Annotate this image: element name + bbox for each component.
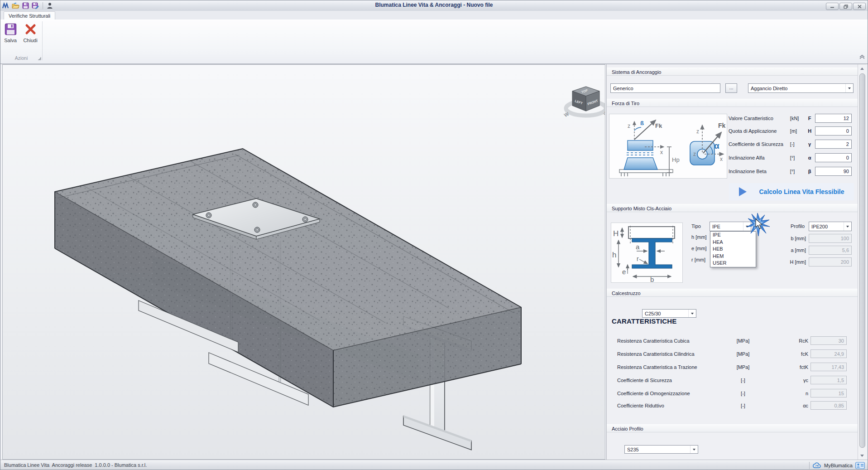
e-mm-label: e [mm] [691,246,707,251]
input-gammac[interactable] [810,376,847,384]
acciaio-combo[interactable]: S235 [624,445,698,454]
group-divider [42,21,43,60]
close-x-icon [24,23,37,35]
nav-cube[interactable]: W S TOP LEFT FRONT [563,87,605,118]
browse-label: ... [729,85,733,90]
option-ipe[interactable]: IPE [710,232,756,239]
contact-badge-icon[interactable] [855,462,865,469]
field-H-mm: H [mm] [782,257,852,266]
chevron-down-icon [688,310,696,317]
aggancio-value: Aggancio Diretto [748,86,845,91]
label-beta: ß [640,120,644,126]
input-fctk[interactable] [810,363,847,371]
section-forza-di-tiro: Forza di Tiro [607,99,858,107]
input-b[interactable] [809,234,852,243]
save-floppy-icon [5,23,17,35]
viewport-3d[interactable]: W S TOP LEFT FRONT [2,64,605,460]
input-Hmm[interactable] [809,257,852,266]
collapse-ribbon-icon[interactable] [859,54,865,59]
azioni-group-footer: Azioni [0,54,42,62]
input-alfa[interactable] [815,153,852,162]
acciaio-value: S235 [625,447,690,452]
title-bar: Blumatica Linee Vita & Ancoraggi - Nuovo… [0,0,868,11]
option-user[interactable]: USER [710,260,756,267]
input-rck[interactable] [810,336,847,345]
minimize-button[interactable] [826,3,839,10]
properties-panel: Sistema di Ancoraggio ... Aggancio Diret… [606,64,858,460]
dim-r: r [637,255,639,262]
input-n[interactable] [810,389,847,397]
option-heb[interactable]: HEB [710,246,756,253]
option-hem[interactable]: HEM [710,253,756,260]
myblumatica-link[interactable]: MyBlumatica [824,463,853,468]
forza-diagram: z x ß Fk Hp z z x Fk α [609,114,727,179]
label-alpha: α [714,141,719,150]
input-gamma[interactable] [815,140,852,149]
field-a-mm: a [mm] [782,246,852,255]
aggancio-combo[interactable]: Aggancio Diretto [748,83,854,93]
ribbon-tab-row: Verifiche Strutturali [0,11,868,20]
input-F[interactable] [815,114,852,123]
input-fck[interactable] [810,349,847,358]
field-inclinazione-alfa: Inclinazione Alfa [°] α [729,153,852,162]
ribbon: Salva Chiudi Azioni [0,19,868,64]
tipo-combo[interactable]: IPE [710,222,751,231]
label-fk: Fk [655,122,662,129]
row-resistenza-trazione: Resistenza Caratteristica a Trazione [MP… [617,363,847,371]
tab-verifiche-strutturali[interactable]: Verifiche Strutturali [4,11,55,20]
label-hp: Hp [672,156,680,163]
label-z: z [628,123,630,129]
section-supporto-misto: Supporto Misto Cls-Acciaio [607,204,858,212]
input-beta[interactable] [815,167,852,176]
field-b-mm: b [mm] [782,234,852,243]
input-a[interactable] [809,246,852,255]
profilo-label: Profilo [791,223,805,229]
caratteristiche-heading: CARATTERISTICHE [612,317,677,325]
field-inclinazione-beta: Inclinazione Beta [°] β [729,167,852,176]
play-icon [739,187,747,197]
row-coeff-omogenizzazione: Coefficiente di Omogenizzazione [-] n [617,389,847,397]
dim-h: h [612,251,616,259]
scene-3d: W S TOP LEFT FRONT [3,65,605,459]
tipo-label: Tipo [691,223,701,229]
tipo-value: IPE [710,224,743,229]
option-hea[interactable]: HEA [710,239,756,246]
r-mm-label: r [mm] [691,257,705,262]
chevron-down-icon [690,446,698,453]
section-acciaio-profilo: Acciaio Profilo [607,424,858,432]
dim-b: b [650,276,654,282]
status-separator [809,462,810,469]
chiudi-button[interactable]: Chiudi [21,23,39,53]
profilo-value: IPE200 [809,224,844,229]
chiudi-label: Chiudi [23,38,37,43]
field-coeff-sicurezza: Coefficiente di Sicurezza [-] γ [729,140,852,149]
salva-label: Salva [4,38,17,43]
label-z2: z [696,128,699,135]
close-button[interactable] [853,3,866,10]
browse-button[interactable]: ... [725,83,737,93]
scroll-up-button[interactable] [858,65,866,72]
input-alphac[interactable] [810,401,847,410]
section-sistema-ancoraggio: Sistema di Ancoraggio [607,68,858,76]
row-coeff-riduttivo: Coefficiente Riduttivo [-] αc [617,401,847,410]
window-title: Blumatica Linee Vita & Ancoraggi - Nuovo… [0,2,868,8]
profilo-combo[interactable]: IPE200 [809,222,852,231]
scrollbar-thumb[interactable] [859,73,865,448]
label-x: x [660,149,663,155]
classe-cls-value: C25/30 [643,311,688,316]
h-mm-label: h [mm] [691,234,707,240]
row-coeff-sicurezza-cls: Coefficiente di Sicurezza [-] γc [617,376,847,384]
dialog-launcher-icon[interactable] [38,57,41,60]
cloud-sync-icon[interactable] [812,462,821,469]
input-H[interactable] [815,126,852,136]
sistema-name-input[interactable] [610,83,720,93]
calcolo-linea-vita-button[interactable]: Calcolo Linea Vita Flessibile [729,183,854,200]
label-fk2: Fk [718,122,726,129]
status-text: Blumatica Linee Vita Ancoraggi release 1… [4,462,147,468]
panel-scrollbar[interactable] [858,64,866,460]
classe-cls-combo[interactable]: C25/30 [642,309,696,318]
label-x2: x [720,156,723,162]
salva-button[interactable]: Salva [1,23,19,53]
scroll-down-button[interactable] [858,452,866,459]
restore-button[interactable] [839,3,852,10]
